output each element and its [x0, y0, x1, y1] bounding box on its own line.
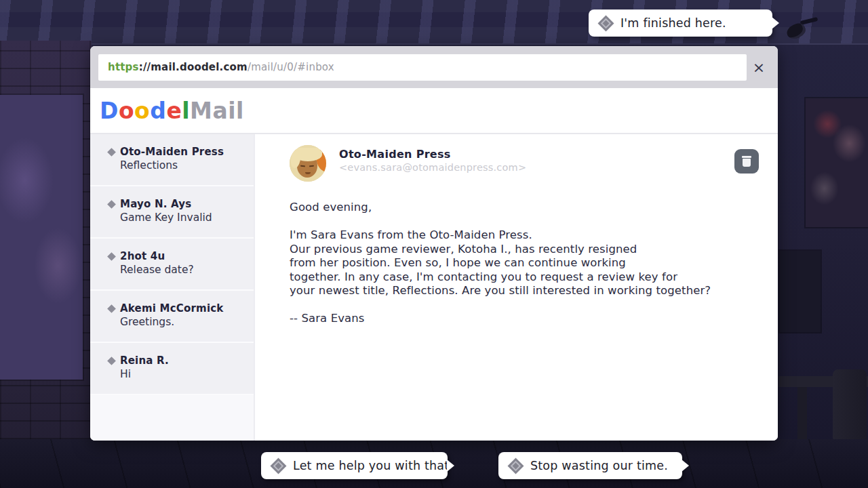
logo-letter: o [119, 98, 134, 124]
choice-label: Let me help you with that. [293, 459, 453, 472]
doodelmail-logo: DoodelMail [100, 98, 244, 124]
body-line [290, 298, 759, 312]
mail-list-item-2hot-4u[interactable]: 2hot 4u Release date? [90, 239, 254, 291]
left-wall-poster [0, 95, 83, 380]
mail-item-subject: Hi [120, 368, 247, 380]
body-line: Good evening, [290, 201, 759, 215]
message-sender-address: <evans.sara@otomaidenpress.com> [339, 162, 526, 173]
choice-stop-wasting-our-time[interactable]: Stop wasting our time. [498, 452, 682, 479]
choice-diamond-icon [270, 458, 286, 474]
diamond-bullet-icon [107, 252, 116, 261]
sender-block: Oto-Maiden Press <evans.sara@otomaidenpr… [339, 145, 526, 173]
mail-item-subject: Release date? [120, 264, 247, 276]
message-body: Good evening, I'm Sara Evans from the Ot… [290, 201, 759, 326]
body-line [290, 215, 759, 229]
inbox-sidebar: Oto-Maiden Press Reflections Mayo N. Ays… [90, 134, 255, 441]
logo-suffix: Mail [190, 98, 244, 124]
mail-item-subject: Greetings. [120, 316, 247, 328]
logo-letter: d [150, 98, 166, 124]
message-header: Oto-Maiden Press <evans.sara@otomaidenpr… [290, 145, 759, 182]
right-wall-poster [806, 98, 868, 227]
choice-im-finished-here[interactable]: I'm finished here. [589, 9, 772, 37]
mail-item-subject: Game Key Invalid [120, 211, 247, 224]
message-pane: Oto-Maiden Press <evans.sara@otomaidenpr… [255, 134, 778, 441]
url-scheme: https [108, 61, 139, 73]
mail-content: Oto-Maiden Press Reflections Mayo N. Ays… [90, 134, 778, 441]
body-line: I'm Sara Evans from the Oto-Maiden Press… [290, 228, 759, 243]
diamond-bullet-icon [107, 148, 116, 157]
url-host: ://mail.doodel.com [139, 61, 248, 73]
diamond-bullet-icon [107, 304, 116, 313]
browser-window: https://mail.doodel.com/mail/u/0/#inbox … [90, 46, 778, 441]
delete-mail-button[interactable] [734, 149, 759, 174]
bubble-tail [447, 460, 454, 472]
wall-frame [780, 251, 821, 332]
choice-diamond-icon [597, 15, 614, 31]
logo-letter: l [182, 98, 190, 124]
trash-can-silhouette [833, 369, 867, 444]
ceiling-lamp [787, 19, 818, 39]
body-line: together. In any case, I'm contacting yo… [290, 270, 759, 285]
mail-list-item-mayo-n-ays[interactable]: Mayo N. Ays Game Key Invalid [90, 186, 254, 239]
body-line: from her position. Even so, I hope we ca… [290, 256, 759, 270]
logo-letter: o [134, 98, 150, 124]
bubble-tail [682, 460, 689, 472]
mail-item-sender: Mayo N. Ays [120, 198, 191, 210]
diamond-bullet-icon [107, 357, 116, 365]
mail-list-item-akemi-mccormick[interactable]: Akemi McCormick Greetings. [90, 291, 254, 343]
mail-item-sender: Oto-Maiden Press [120, 146, 224, 158]
mail-item-subject: Reflections [120, 159, 247, 171]
choice-label: I'm finished here. [620, 16, 726, 30]
url-path: /mail/u/0/#inbox [248, 61, 334, 73]
mail-item-sender: 2hot 4u [120, 250, 165, 262]
message-sender-name: Oto-Maiden Press [339, 148, 526, 161]
logo-letter: D [100, 98, 119, 124]
avatar [290, 145, 326, 182]
trash-icon [742, 156, 751, 167]
mail-list-item-reina-r[interactable]: Reina R. Hi [90, 343, 254, 395]
browser-chrome: https://mail.doodel.com/mail/u/0/#inbox … [90, 46, 778, 88]
body-line: Our previous game reviewer, Kotoha I., h… [290, 243, 759, 257]
mail-list-item-oto-maiden-press[interactable]: Oto-Maiden Press Reflections [90, 134, 254, 186]
url-bar[interactable]: https://mail.doodel.com/mail/u/0/#inbox [98, 54, 747, 81]
choice-diamond-icon [507, 458, 524, 474]
diamond-bullet-icon [107, 200, 116, 209]
body-line: -- Sara Evans [290, 312, 759, 326]
mail-app-header: DoodelMail [90, 88, 778, 134]
choice-let-me-help-you[interactable]: Let me help you with that. [261, 452, 448, 479]
logo-letter: e [166, 98, 182, 124]
choice-label: Stop wasting our time. [530, 459, 668, 472]
mail-item-sender: Akemi McCormick [120, 302, 224, 314]
bubble-tail [772, 17, 779, 29]
body-line: your newest title, Reflections. Are you … [290, 284, 759, 298]
close-icon[interactable]: × [747, 54, 771, 81]
mail-item-sender: Reina R. [120, 354, 169, 367]
